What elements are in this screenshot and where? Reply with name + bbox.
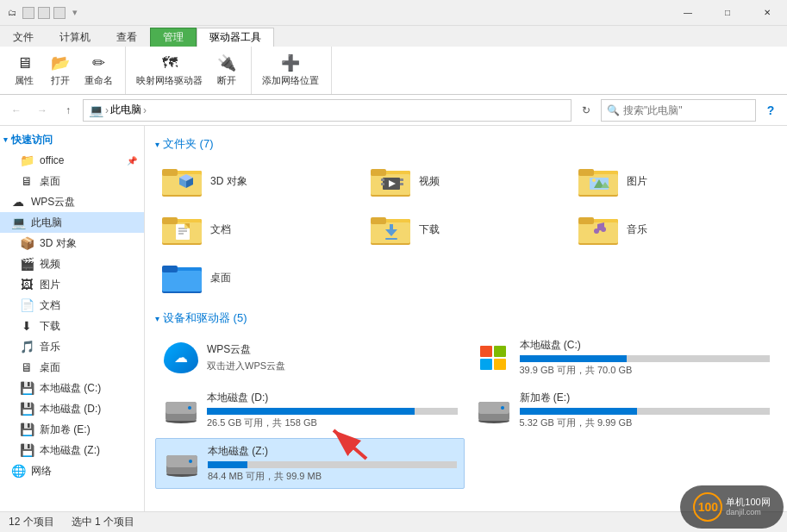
desktop2-icon: 🖥 (19, 360, 34, 374)
add-location-icon: ➕ (281, 53, 300, 72)
folder-item-video[interactable]: 视频 (364, 159, 569, 203)
tab-computer[interactable]: 计算机 (47, 28, 103, 47)
folders-section-header[interactable]: ▾ 文件夹 (7) (155, 136, 777, 152)
sidebar-item-local-z[interactable]: 💾 本地磁盘 (Z:) (0, 440, 144, 460)
search-input[interactable] (623, 104, 750, 116)
drive-info-z: 本地磁盘 (Z:) 84.4 MB 可用，共 99.9 MB (208, 444, 457, 483)
folder-item-pictures[interactable]: 图片 (572, 159, 777, 203)
wps-icon: ☁ (10, 195, 26, 209)
forward-button[interactable]: → (31, 99, 53, 122)
minimize-button[interactable]: — (668, 0, 708, 26)
folder-label: 视频 (419, 174, 440, 189)
drive-grid: ☁ WPS云盘 双击进入WPS云盘 (155, 333, 777, 489)
sidebar-item-label: office (40, 154, 64, 166)
rename-button[interactable]: ✏ 重命名 (79, 50, 118, 91)
tab-manage[interactable]: 管理 (150, 28, 197, 47)
open-button[interactable]: 📂 打开 (43, 50, 78, 91)
ribbon-bar: 🖥 属性 📂 打开 ✏ 重命名 🗺 映射网络驱动器 🔌 断开 ➕ 添加网络位置 (0, 47, 787, 95)
disconnect-icon: 🔌 (217, 53, 236, 72)
close-button[interactable]: ✕ (747, 0, 787, 26)
folder-icon-docs (162, 212, 203, 247)
sidebar-item-wps[interactable]: ☁ WPS云盘 (0, 191, 144, 212)
help-button[interactable]: ? (759, 99, 782, 122)
tab-file[interactable]: 文件 (0, 28, 47, 47)
ribbon-group-location: 🖥 属性 📂 打开 ✏ 重命名 (7, 47, 126, 94)
folder-label: 桌面 (210, 271, 231, 285)
search-box[interactable]: 🔍 (601, 99, 756, 122)
folder-label: 3D 对象 (210, 174, 247, 189)
address-input[interactable]: 💻 › 此电脑 › (83, 99, 572, 122)
drive-free-z: 84.4 MB 可用，共 99.9 MB (208, 470, 457, 483)
title-bar-controls: — □ ✕ (668, 0, 787, 26)
sidebar-item-docs[interactable]: 📄 文档 (0, 295, 144, 316)
sidebar-quick-access-header[interactable]: ▾ 快速访问 (0, 129, 144, 150)
drive-z-icon: 💾 (19, 443, 34, 457)
rename-icon: ✏ (92, 53, 105, 72)
folder-item-docs[interactable]: 文档 (155, 207, 360, 252)
properties-button[interactable]: 🖥 属性 (7, 51, 41, 91)
dropdown-arrow[interactable]: ▾ (72, 7, 78, 18)
svg-rect-13 (381, 183, 384, 185)
drive-item-d[interactable]: 本地磁盘 (D:) 26.5 GB 可用，共 158 GB (155, 385, 465, 435)
add-location-button[interactable]: ➕ 添加网络位置 (257, 50, 324, 91)
drive-bar-bg-c (520, 355, 771, 362)
status-bar: 12 个项目 选中 1 个项目 (0, 511, 787, 532)
sidebar-item-desktop[interactable]: 🖥 桌面 (0, 171, 144, 191)
tab-drive-tools[interactable]: 驱动器工具 (197, 28, 274, 47)
disconnect-button[interactable]: 🔌 断开 (209, 50, 244, 91)
quick-access-btn2[interactable] (38, 7, 50, 19)
address-bar: ← → ↑ 💻 › 此电脑 › ↻ 🔍 ? (0, 95, 787, 126)
sidebar-item-this-pc[interactable]: 💻 此电脑 (0, 212, 144, 233)
sidebar-item-3d-obj[interactable]: 📦 3D 对象 (0, 233, 144, 253)
svg-rect-10 (371, 169, 386, 176)
drive-icon-e (475, 395, 513, 426)
sidebar-item-video[interactable]: 🎬 视频 (0, 253, 144, 274)
map-drive-button[interactable]: 🗺 映射网络驱动器 (131, 51, 208, 91)
quick-access-btn3[interactable] (53, 7, 66, 19)
folder-item-downloads[interactable]: 下载 (364, 207, 569, 252)
content-area: ▾ 文件夹 (7) 3D 对象 (145, 126, 787, 511)
sidebar-item-office[interactable]: 📁 office 📌 (0, 150, 144, 171)
folder-item-desktop[interactable]: 桌面 (155, 255, 360, 300)
drive-bar-fill-z (208, 461, 247, 468)
sidebar-item-downloads[interactable]: ⬇ 下载 (0, 316, 144, 336)
quick-access-btn1[interactable] (22, 7, 34, 19)
breadcrumb-sep: › (103, 104, 110, 116)
drive-item-wps[interactable]: ☁ WPS云盘 双击进入WPS云盘 (155, 333, 465, 382)
title-bar-left: 🗂 ▾ (0, 6, 78, 20)
back-button[interactable]: ← (5, 99, 28, 122)
folder-label: 音乐 (627, 222, 647, 237)
tab-view[interactable]: 查看 (103, 28, 150, 47)
sidebar-item-desktop2[interactable]: 🖥 桌面 (0, 357, 144, 378)
sidebar-item-local-c[interactable]: 💾 本地磁盘 (C:) (0, 378, 144, 398)
watermark-site: 单机100网 (726, 496, 770, 508)
drive-free-d: 26.5 GB 可用，共 158 GB (207, 416, 458, 429)
3d-icon: 📦 (19, 236, 34, 250)
sidebar-item-music[interactable]: 🎵 音乐 (0, 336, 144, 357)
svg-rect-49 (162, 271, 202, 291)
sidebar-item-pictures[interactable]: 🖼 图片 (0, 274, 144, 295)
drives-section-header[interactable]: ▾ 设备和驱动器 (5) (155, 310, 777, 326)
sidebar-item-label: 下载 (40, 319, 60, 334)
drive-item-z[interactable]: 本地磁盘 (Z:) 84.4 MB 可用，共 99.9 MB (155, 438, 465, 489)
svg-rect-44 (578, 217, 594, 224)
folder-item-3d[interactable]: 3D 对象 (155, 159, 360, 203)
up-button[interactable]: ↑ (57, 99, 79, 122)
sidebar-item-label: 视频 (40, 257, 60, 272)
add-location-label: 添加网络位置 (262, 74, 319, 87)
sidebar-item-label: 音乐 (40, 340, 60, 354)
sidebar-item-label: 本地磁盘 (C:) (40, 381, 101, 396)
maximize-button[interactable]: □ (708, 0, 747, 26)
open-label: 打开 (51, 74, 70, 87)
sidebar-item-local-d[interactable]: 💾 本地磁盘 (D:) (0, 398, 144, 419)
folder-thumb-downloads (371, 212, 412, 247)
sidebar-item-label: WPS云盘 (31, 195, 75, 210)
svg-point-58 (188, 406, 191, 410)
sidebar-item-network[interactable]: 🌐 网络 (0, 460, 144, 481)
drive-item-c[interactable]: 本地磁盘 (C:) 39.9 GB 可用，共 70.0 GB (468, 333, 778, 382)
svg-rect-14 (400, 178, 403, 181)
sidebar-item-vol-e[interactable]: 💾 新加卷 (E:) (0, 419, 144, 440)
drive-item-e[interactable]: 新加卷 (E:) 5.32 GB 可用，共 9.99 GB (468, 385, 778, 435)
folder-item-music[interactable]: 音乐 (572, 207, 777, 252)
refresh-button[interactable]: ↻ (575, 99, 597, 122)
